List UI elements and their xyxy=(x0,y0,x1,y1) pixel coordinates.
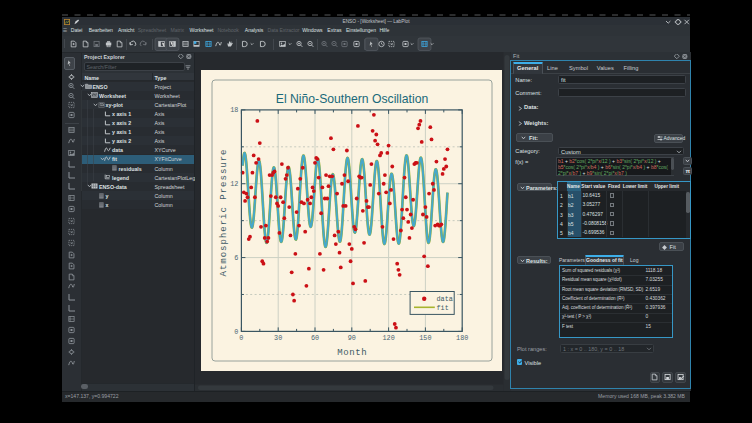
svg-text:Month: Month xyxy=(337,348,367,358)
svg-text:120: 120 xyxy=(382,334,394,342)
svg-text:0: 0 xyxy=(234,328,238,336)
svg-text:El Niño-Southern Oscillation: El Niño-Southern Oscillation xyxy=(276,92,428,106)
svg-text:data: data xyxy=(437,295,453,303)
svg-text:6: 6 xyxy=(234,254,238,262)
svg-text:18: 18 xyxy=(230,106,238,114)
svg-text:0: 0 xyxy=(239,334,243,342)
svg-text:180: 180 xyxy=(456,334,468,342)
svg-text:fit: fit xyxy=(437,304,449,312)
svg-text:30: 30 xyxy=(274,334,282,342)
svg-text:150: 150 xyxy=(419,334,431,342)
svg-text:60: 60 xyxy=(311,334,319,342)
svg-text:90: 90 xyxy=(348,334,356,342)
svg-text:Atmospheric Pressure: Atmospheric Pressure xyxy=(219,148,229,276)
svg-text:12: 12 xyxy=(230,180,238,188)
